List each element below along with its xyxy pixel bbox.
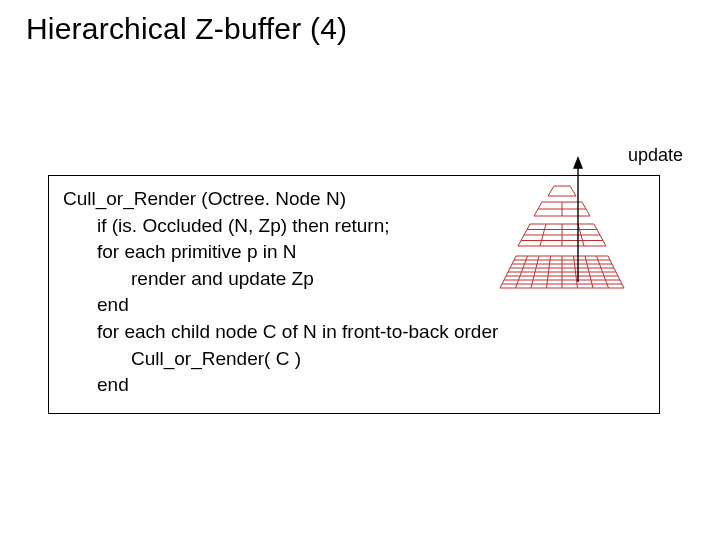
algorithm-box: Cull_or_Render (Octree. Node N) if (is. … — [48, 175, 660, 414]
update-label: update — [628, 145, 683, 166]
svg-marker-27 — [574, 158, 582, 168]
algo-line-0: Cull_or_Render (Octree. Node N) — [63, 186, 645, 213]
page-title: Hierarchical Z-buffer (4) — [26, 12, 347, 46]
algo-line-5: for each child node C of N in front-to-b… — [63, 319, 645, 346]
algo-line-3: render and update Zp — [63, 266, 645, 293]
algo-line-7: end — [63, 372, 645, 399]
algo-line-6: Cull_or_Render( C ) — [63, 346, 645, 373]
algo-line-2: for each primitive p in N — [63, 239, 645, 266]
algo-line-1: if (is. Occluded (N, Zp) then return; — [63, 213, 645, 240]
slide: Hierarchical Z-buffer (4) update Cull_or… — [0, 0, 720, 540]
algo-line-4: end — [63, 292, 645, 319]
